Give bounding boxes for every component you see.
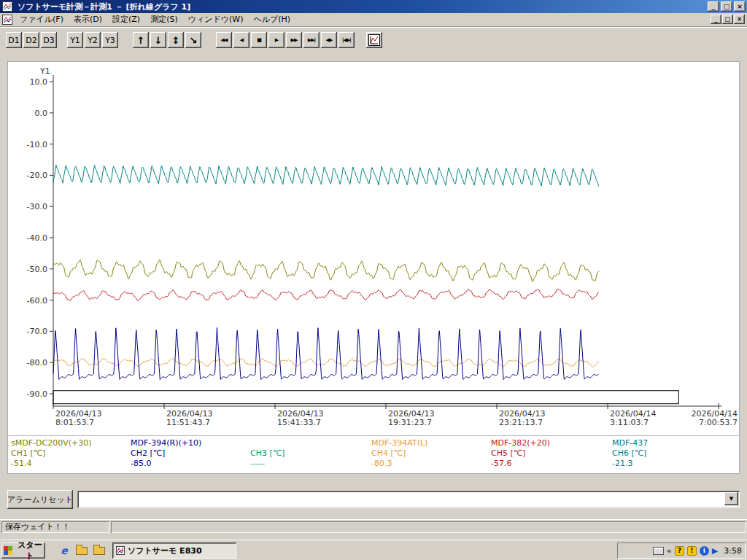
stop-button[interactable]: ■ bbox=[251, 32, 267, 48]
y-axis-title: Y1 bbox=[39, 66, 50, 76]
svg-text:-90.0: -90.0 bbox=[27, 389, 47, 399]
menu-measure[interactable]: 測定(S) bbox=[145, 13, 183, 27]
line-chart: Y110.00.0-10.0-20.0-30.0-40.0-50.0-60.0-… bbox=[8, 62, 739, 430]
minimize-button[interactable]: _ bbox=[708, 1, 719, 12]
task-label: ソフトサーモ E830 bbox=[128, 545, 202, 556]
quick-launch-folder-1[interactable] bbox=[74, 544, 89, 557]
range-indicator bbox=[53, 391, 678, 404]
graph-panel: Y110.00.0-10.0-20.0-30.0-40.0-50.0-60.0-… bbox=[7, 61, 740, 474]
menubar: ファイル(F)表示(D)設定(Z)測定(S)ウィンドウ(W)ヘルプ(H) _ □… bbox=[0, 13, 747, 27]
quick-launch-ie[interactable]: e bbox=[57, 544, 71, 557]
series-ch5 bbox=[53, 289, 599, 301]
menu-help[interactable]: ヘルプ(H) bbox=[248, 13, 295, 27]
series-ch2 bbox=[53, 327, 599, 379]
keyboard-icon[interactable] bbox=[653, 547, 664, 555]
task-button-softthermo[interactable]: ソフトサーモ E830 bbox=[112, 542, 236, 559]
folder-icon bbox=[76, 547, 88, 555]
child-restore-button[interactable]: □ bbox=[722, 15, 733, 24]
menu-settings[interactable]: 設定(Z) bbox=[107, 13, 145, 27]
jump-end-button[interactable]: ▶▶| bbox=[303, 32, 320, 48]
ie-icon: e bbox=[61, 545, 68, 556]
svg-text:3:11:03.7: 3:11:03.7 bbox=[610, 418, 649, 427]
fit-vertical-button[interactable]: ↕ bbox=[168, 32, 184, 48]
svg-text:-50.0: -50.0 bbox=[27, 265, 47, 274]
svg-text:7:00:53.7: 7:00:53.7 bbox=[699, 418, 738, 427]
system-tray: « ? ! i ▶ 3:58 bbox=[617, 542, 746, 559]
menu-items: ファイル(F)表示(D)設定(Z)測定(S)ウィンドウ(W)ヘルプ(H) bbox=[15, 13, 295, 27]
alarm-combobox[interactable]: ▼ bbox=[77, 491, 740, 508]
y2-button[interactable]: Y2 bbox=[85, 32, 101, 48]
window-controls: _ □ × bbox=[708, 1, 746, 12]
svg-text:19:31:23.7: 19:31:23.7 bbox=[388, 418, 432, 427]
alarm-reset-button[interactable]: アラームリセット bbox=[7, 490, 73, 509]
start-label: スタート bbox=[15, 540, 45, 560]
windows-logo-icon bbox=[4, 546, 12, 555]
series-ch1 bbox=[53, 260, 599, 281]
step-back-button[interactable]: ◀ bbox=[233, 32, 249, 48]
d3-button[interactable]: D3 bbox=[41, 32, 57, 48]
security-question-icon[interactable]: ? bbox=[675, 546, 684, 556]
svg-text:23:21:13.7: 23:21:13.7 bbox=[499, 418, 543, 427]
child-minimize-button[interactable]: _ bbox=[711, 15, 721, 24]
menu-view[interactable]: 表示(D) bbox=[69, 13, 107, 27]
svg-text:11:51:43.7: 11:51:43.7 bbox=[166, 418, 210, 427]
combo-dropdown-button[interactable]: ▼ bbox=[724, 492, 738, 505]
scroll-up-button[interactable]: ↑ bbox=[133, 32, 149, 48]
start-button[interactable]: スタート bbox=[1, 542, 45, 559]
menu-window[interactable]: ウィンドウ(W) bbox=[183, 13, 249, 27]
security-alert-icon[interactable]: ! bbox=[687, 546, 697, 556]
folder-icon bbox=[93, 547, 105, 555]
svg-text:-80.0: -80.0 bbox=[27, 358, 47, 368]
child-close-button[interactable]: × bbox=[734, 15, 745, 24]
info-icon[interactable]: i bbox=[700, 546, 709, 556]
app-icon bbox=[2, 1, 13, 12]
svg-text:8:01:53.7: 8:01:53.7 bbox=[55, 418, 94, 427]
svg-text:10.0: 10.0 bbox=[30, 77, 48, 87]
channel-legend: sMDF-DC200V(+30)CH1 [℃]-51.4MDF-394(R)(+… bbox=[8, 435, 739, 473]
d2-button[interactable]: D2 bbox=[23, 32, 39, 48]
play-status-icon[interactable]: ▶ bbox=[712, 546, 718, 556]
clock: 3:58 bbox=[724, 546, 742, 556]
y3-button[interactable]: Y3 bbox=[102, 32, 118, 48]
status-spacer-cell bbox=[111, 521, 746, 533]
d1-button[interactable]: D1 bbox=[6, 32, 22, 48]
legend-channel-3: CH3 [℃]----- bbox=[250, 438, 285, 469]
svg-text:-70.0: -70.0 bbox=[27, 327, 47, 336]
statusbar: 保存ウェイト！！ bbox=[0, 519, 747, 534]
legend-channel-6: MDF-437CH6 [℃]-21.3 bbox=[612, 438, 648, 469]
close-button[interactable]: × bbox=[734, 1, 746, 12]
status-message-cell: 保存ウェイト！！ bbox=[1, 521, 109, 533]
svg-text:-40.0: -40.0 bbox=[27, 233, 47, 243]
svg-text:-20.0: -20.0 bbox=[27, 171, 47, 180]
svg-text:-60.0: -60.0 bbox=[27, 296, 47, 306]
compress-axis-button[interactable]: ↘ bbox=[185, 32, 201, 48]
svg-text:15:41:33.7: 15:41:33.7 bbox=[277, 418, 321, 427]
scroll-down-button[interactable]: ↓ bbox=[150, 32, 166, 48]
legend-channel-1: sMDF-DC200V(+30)CH1 [℃]-51.4 bbox=[11, 438, 91, 469]
child-window-icon[interactable] bbox=[2, 15, 13, 26]
status-text: 保存ウェイト！！ bbox=[5, 522, 70, 532]
child-window-controls: _ □ × bbox=[711, 15, 745, 24]
jump-start-button[interactable]: ◀◀ bbox=[216, 32, 232, 48]
step-forward-button[interactable]: ▶ bbox=[268, 32, 285, 48]
expand-range-button[interactable]: ◀▶ bbox=[321, 32, 337, 48]
titlebar: ソフトサーモ計測－計測1 － [折れ線グラフ 1] _ □ × bbox=[0, 0, 747, 13]
legend-channel-2: MDF-394(R)(+10)CH2 [℃]-85.0 bbox=[131, 438, 201, 469]
app-icon bbox=[116, 546, 125, 555]
screen: ソフトサーモ計測－計測1 － [折れ線グラフ 1] _ □ × ファイル(F)表… bbox=[0, 0, 747, 560]
svg-text:0.0: 0.0 bbox=[35, 109, 48, 118]
series-ch6 bbox=[53, 165, 599, 186]
y1-button[interactable]: Y1 bbox=[67, 32, 83, 48]
svg-text:-30.0: -30.0 bbox=[27, 202, 47, 211]
window-title: ソフトサーモ計測－計測1 － [折れ線グラフ 1] bbox=[18, 1, 190, 12]
jump-forward-button[interactable]: ▶▶ bbox=[286, 32, 302, 48]
full-range-button[interactable]: |◀▶| bbox=[338, 32, 355, 48]
collapse-chevron-icon[interactable]: « bbox=[667, 546, 672, 556]
menu-file[interactable]: ファイル(F) bbox=[15, 13, 69, 27]
quick-launch-folder-2[interactable] bbox=[92, 544, 107, 557]
taskbar: スタート e ソフトサーモ E830 « ? ! i ▶ 3:58 bbox=[0, 540, 747, 560]
toolbar: D1D2D3Y1Y2Y3↑↓↕↘◀◀◀■▶▶▶▶▶|◀▶|◀▶| bbox=[0, 27, 747, 52]
restore-button[interactable]: □ bbox=[721, 1, 732, 12]
line-graph-button[interactable] bbox=[366, 32, 382, 48]
legend-channel-5: MDF-382(+20)CH5 [℃]-57.6 bbox=[491, 438, 550, 469]
